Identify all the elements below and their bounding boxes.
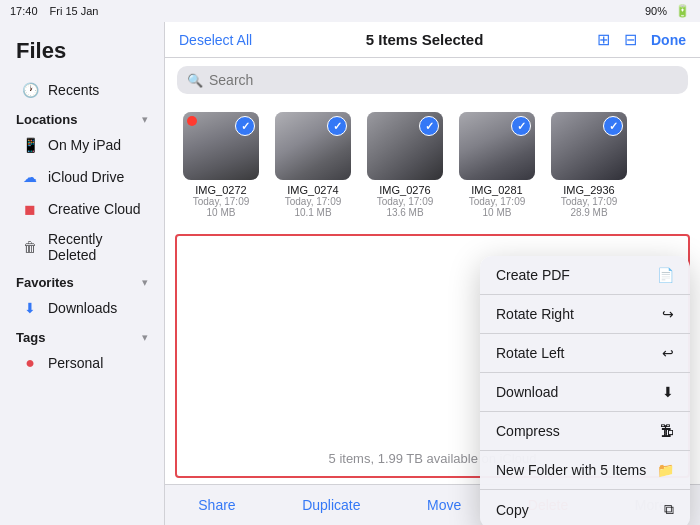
- check-badge: ✓: [511, 116, 531, 136]
- personal-dot-icon: ●: [20, 353, 40, 373]
- search-icon: 🔍: [187, 73, 203, 88]
- time-label: 17:40: [10, 5, 38, 17]
- favorites-label: Favorites: [16, 275, 74, 290]
- create-pdf-label: Create PDF: [496, 267, 570, 283]
- share-button[interactable]: Share: [182, 493, 251, 517]
- sidebar-item-on-my-ipad[interactable]: 📱 On My iPad: [4, 129, 160, 161]
- context-menu-new-folder[interactable]: New Folder with 5 Items 📁: [480, 451, 690, 490]
- check-badge: ✓: [603, 116, 623, 136]
- top-bar-right: 90% 🔋: [645, 4, 690, 18]
- list-item[interactable]: ✓ IMG_0281 Today, 17:09 10 MB: [457, 112, 537, 218]
- tags-chevron-icon: ▾: [142, 331, 148, 344]
- sidebar-item-personal[interactable]: ● Personal: [4, 347, 160, 379]
- file-name: IMG_2936: [563, 184, 614, 196]
- file-thumbnail: ✓: [459, 112, 535, 180]
- sidebar: Files 🕐 Recents Locations ▾ 📱 On My iPad…: [0, 22, 165, 525]
- rotate-left-label: Rotate Left: [496, 345, 565, 361]
- download-label: Download: [496, 384, 558, 400]
- locations-section-header[interactable]: Locations ▾: [0, 106, 164, 129]
- move-button[interactable]: Move: [411, 493, 477, 517]
- red-dot-badge: [187, 116, 197, 126]
- view-toggle-icon[interactable]: ⊞: [597, 30, 610, 49]
- copy-icon: ⧉: [664, 501, 674, 518]
- compress-label: Compress: [496, 423, 560, 439]
- personal-label: Personal: [48, 355, 103, 371]
- trash-icon: 🗑: [20, 237, 40, 257]
- downloads-label: Downloads: [48, 300, 117, 316]
- file-name: IMG_0274: [287, 184, 338, 196]
- rotate-left-icon: ↩: [662, 345, 674, 361]
- search-input[interactable]: [209, 72, 678, 88]
- recents-icon: 🕐: [20, 80, 40, 100]
- selection-title: 5 Items Selected: [366, 31, 484, 48]
- check-badge: ✓: [327, 116, 347, 136]
- tags-section-header[interactable]: Tags ▾: [0, 324, 164, 347]
- check-badge: ✓: [235, 116, 255, 136]
- file-size: 28.9 MB: [570, 207, 607, 218]
- header-icons: ⊞ ⊟ Done: [597, 30, 686, 49]
- file-thumbnail: ✓: [367, 112, 443, 180]
- lower-content-area: 5 items, 1.99 TB available on iCloud Cre…: [175, 234, 690, 478]
- file-date: Today, 17:09: [561, 196, 618, 207]
- compress-icon: 🗜: [660, 423, 674, 439]
- locations-chevron-icon: ▾: [142, 113, 148, 126]
- context-menu: Create PDF 📄 Rotate Right ↪ Rotate Left …: [480, 256, 690, 525]
- favorites-section-header[interactable]: Favorites ▾: [0, 269, 164, 292]
- sidebar-item-creative-cloud[interactable]: ◼ Creative Cloud: [4, 193, 160, 225]
- file-name: IMG_0272: [195, 184, 246, 196]
- context-menu-rotate-right[interactable]: Rotate Right ↪: [480, 295, 690, 334]
- search-bar: 🔍: [177, 66, 688, 94]
- rotate-right-label: Rotate Right: [496, 306, 574, 322]
- deselect-all-button[interactable]: Deselect All: [179, 32, 252, 48]
- file-thumbnail: ✓: [551, 112, 627, 180]
- context-menu-compress[interactable]: Compress 🗜: [480, 412, 690, 451]
- file-date: Today, 17:09: [285, 196, 342, 207]
- locations-label: Locations: [16, 112, 77, 127]
- check-badge: ✓: [419, 116, 439, 136]
- file-thumbnail: ✓: [183, 112, 259, 180]
- list-item[interactable]: ✓ IMG_0276 Today, 17:09 13.6 MB: [365, 112, 445, 218]
- file-size: 13.6 MB: [386, 207, 423, 218]
- content-header: Deselect All 5 Items Selected ⊞ ⊟ Done: [165, 22, 700, 58]
- context-menu-rotate-left[interactable]: Rotate Left ↩: [480, 334, 690, 373]
- sidebar-item-icloud-drive[interactable]: ☁ iCloud Drive: [4, 161, 160, 193]
- top-bar-left: 17:40 Fri 15 Jan: [10, 5, 98, 17]
- sidebar-title: Files: [0, 32, 164, 74]
- tags-label: Tags: [16, 330, 45, 345]
- icloud-icon: ☁: [20, 167, 40, 187]
- file-name: IMG_0281: [471, 184, 522, 196]
- duplicate-button[interactable]: Duplicate: [286, 493, 376, 517]
- list-item[interactable]: ✓ IMG_2936 Today, 17:09 28.9 MB: [549, 112, 629, 218]
- battery-icon: 🔋: [675, 4, 690, 18]
- main-layout: Files 🕐 Recents Locations ▾ 📱 On My iPad…: [0, 22, 700, 525]
- context-menu-copy[interactable]: Copy ⧉: [480, 490, 690, 525]
- content-area: Deselect All 5 Items Selected ⊞ ⊟ Done 🔍…: [165, 22, 700, 525]
- list-item[interactable]: ✓ IMG_0274 Today, 17:09 10.1 MB: [273, 112, 353, 218]
- context-menu-create-pdf[interactable]: Create PDF 📄: [480, 256, 690, 295]
- sidebar-item-recently-deleted[interactable]: 🗑 Recently Deleted: [4, 225, 160, 269]
- creative-cloud-label: Creative Cloud: [48, 201, 141, 217]
- file-thumbnail: ✓: [275, 112, 351, 180]
- file-date: Today, 17:09: [193, 196, 250, 207]
- file-size: 10 MB: [207, 207, 236, 218]
- file-date: Today, 17:09: [469, 196, 526, 207]
- new-folder-icon: 📁: [657, 462, 674, 478]
- file-size: 10 MB: [483, 207, 512, 218]
- copy-label: Copy: [496, 502, 529, 518]
- file-name: IMG_0276: [379, 184, 430, 196]
- grid-icon[interactable]: ⊟: [624, 30, 637, 49]
- recents-label: Recents: [48, 82, 99, 98]
- file-date: Today, 17:09: [377, 196, 434, 207]
- create-pdf-icon: 📄: [657, 267, 674, 283]
- done-button[interactable]: Done: [651, 32, 686, 48]
- date-label: Fri 15 Jan: [50, 5, 99, 17]
- list-item[interactable]: ✓ IMG_0272 Today, 17:09 10 MB: [181, 112, 261, 218]
- download-icon: ⬇: [662, 384, 674, 400]
- context-menu-download[interactable]: Download ⬇: [480, 373, 690, 412]
- on-my-ipad-label: On My iPad: [48, 137, 121, 153]
- new-folder-label: New Folder with 5 Items: [496, 462, 646, 478]
- battery-label: 90%: [645, 5, 667, 17]
- sidebar-item-downloads[interactable]: ⬇ Downloads: [4, 292, 160, 324]
- sidebar-item-recents[interactable]: 🕐 Recents: [4, 74, 160, 106]
- favorites-chevron-icon: ▾: [142, 276, 148, 289]
